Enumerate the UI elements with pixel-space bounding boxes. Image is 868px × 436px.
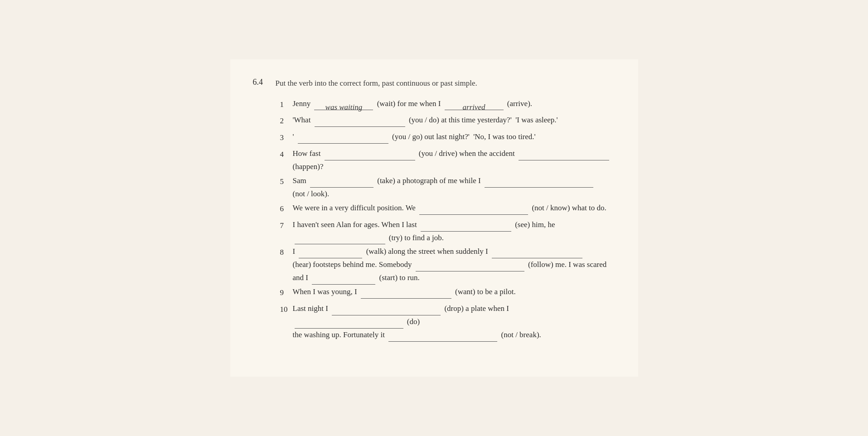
item-text-8: I (walk) along the street when suddenly … [293,245,616,285]
items-container: 1 Jenny was waiting (wait) for me when I… [253,97,616,342]
blank-10b [295,320,403,329]
blank-8a [299,249,362,258]
blank-1a: was waiting [314,101,373,110]
item-text-3: ' (you / go) out last night?' 'No, I was… [293,131,616,144]
blank-8c [416,262,524,271]
blank-2 [315,118,405,127]
item-text-2: 'What (you / do) at this time yesterday?… [293,114,616,127]
item-number-4: 4 [280,147,293,161]
exercise-header: 6.4 Put the verb into the correct form, … [253,78,616,89]
item-number-8: 8 [280,245,293,259]
blank-5a [310,179,373,188]
item-text-6: We were in a very difficult position. We… [293,202,616,215]
item-number-6: 6 [280,202,293,216]
item-number-2: 2 [280,114,293,128]
item-8: 8 I (walk) along the street when suddenl… [280,245,616,285]
blank-4a [325,151,415,160]
item-text-5: Sam (take) a photograph of me while I (n… [293,174,616,201]
item-10: 10 Last night I (drop) a plate when I (d… [280,302,616,342]
item-7: 7 I haven't seen Alan for ages. When I l… [280,218,616,245]
page: 6.4 Put the verb into the correct form, … [230,59,638,377]
blank-7a [421,223,511,232]
item-text-1: Jenny was waiting (wait) for me when I a… [293,97,616,111]
exercise-instruction: Put the verb into the correct form, past… [276,78,477,89]
blank-3 [298,135,388,144]
blank-5b [485,179,593,188]
item-number-3: 3 [280,131,293,145]
item-3: 3 ' (you / go) out last night?' 'No, I w… [280,131,616,145]
exercise-number: 6.4 [253,78,267,87]
blank-6 [419,206,528,215]
blank-10c [388,333,497,342]
item-number-5: 5 [280,174,293,189]
blank-1b: arrived [445,101,504,110]
item-5: 5 Sam (take) a photograph of me while I … [280,174,616,201]
item-text-9: When I was young, I (want) to be a pilot… [293,286,616,299]
item-number-10: 10 [280,302,293,316]
item-9: 9 When I was young, I (want) to be a pil… [280,286,616,300]
blank-8b [492,249,582,258]
item-1: 1 Jenny was waiting (wait) for me when I… [280,97,616,111]
item-6: 6 We were in a very difficult position. … [280,202,616,216]
item-number-1: 1 [280,97,293,111]
item-2: 2 'What (you / do) at this time yesterda… [280,114,616,128]
item-4: 4 How fast (you / drive) when the accide… [280,147,616,174]
item-text-4: How fast (you / drive) when the accident… [293,147,616,174]
blank-4b [519,151,609,160]
blank-8d [312,276,375,285]
blank-10a [332,306,441,315]
blank-7b [295,235,385,244]
item-number-9: 9 [280,286,293,300]
item-number-7: 7 [280,218,293,233]
item-text-7: I haven't seen Alan for ages. When I las… [293,218,616,245]
blank-9 [361,290,451,299]
item-text-10: Last night I (drop) a plate when I (do) … [293,302,616,342]
